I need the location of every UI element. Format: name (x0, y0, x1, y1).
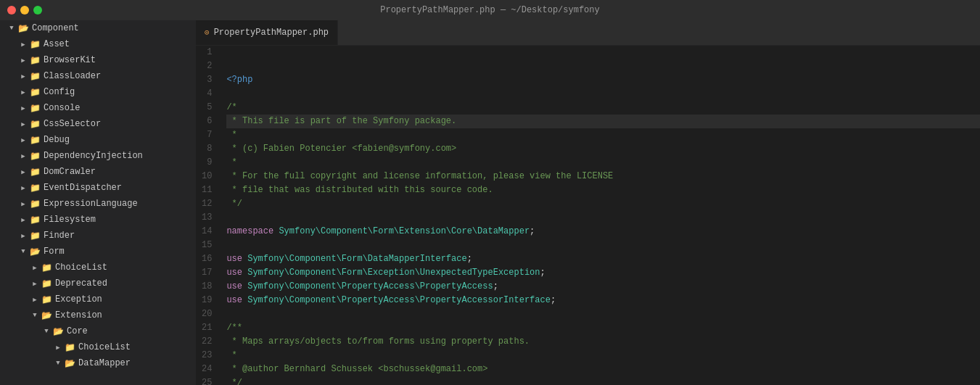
php-file-icon: ⊙ (205, 28, 210, 37)
code-line-23: */ (226, 376, 980, 385)
code-token: ; (530, 226, 535, 236)
sidebar-item-deprecated[interactable]: 📁Deprecated (0, 276, 196, 291)
eventdispatcher-label: EventDispatcher (44, 183, 122, 193)
debug-folder-icon: 📁 (29, 134, 41, 146)
window-controls[interactable] (7, 6, 42, 15)
code-token: ; (467, 254, 472, 264)
code-line-1: <?php (226, 73, 980, 87)
code-token: /* (226, 102, 236, 112)
sidebar-item-form[interactable]: 📂Form (0, 244, 196, 260)
sidebar-item-exception[interactable]: 📁Exception (0, 291, 196, 307)
line-num-15: 15 (202, 239, 212, 252)
code-token: /** (226, 323, 242, 333)
close-button[interactable] (7, 6, 16, 15)
maximize-button[interactable] (33, 6, 42, 15)
sidebar-item-choicelist[interactable]: 📁ChoiceList (0, 260, 196, 276)
code-line-21: * (226, 349, 980, 363)
code-line-8: * For the full copyright and license inf… (226, 170, 980, 183)
code-line-3: /* (226, 101, 980, 115)
line-num-5: 5 (202, 101, 212, 115)
sidebar-item-eventdispatcher[interactable]: 📁EventDispatcher (0, 180, 196, 196)
line-num-12: 12 (202, 197, 212, 211)
code-line-2 (226, 87, 980, 101)
code-line-10: */ (226, 197, 980, 211)
line-num-3: 3 (202, 73, 212, 87)
choicelist2-arrow (52, 341, 64, 353)
sidebar-item-datamapper[interactable]: 📂DataMapper (0, 355, 196, 371)
main-layout: 📂Component📁Asset📁BrowserKit📁ClassLoader📁… (0, 20, 980, 385)
line-num-21: 21 (202, 321, 212, 335)
code-token: use (226, 268, 247, 278)
code-line-20: * Maps arrays/objects to/from forms usin… (226, 335, 980, 349)
code-editor[interactable]: 1234567891011121314151617181920212223242… (196, 46, 980, 385)
config-label: Config (44, 87, 75, 97)
line-num-1: 1 (202, 46, 212, 59)
deprecated-folder-icon: 📁 (41, 278, 52, 289)
component-folder-icon: 📂 (17, 22, 29, 34)
sidebar-item-component[interactable]: 📂Component (0, 20, 196, 36)
datamapper-arrow (52, 357, 64, 369)
editor-area: ⊙ PropertyPathMapper.php 123456789101112… (196, 20, 980, 385)
sidebar-item-debug[interactable]: 📁Debug (0, 132, 196, 148)
domcrawler-folder-icon: 📁 (29, 166, 41, 178)
code-line-9: * file that was distributed with this so… (226, 183, 980, 197)
sidebar-item-domcrawler[interactable]: 📁DomCrawler (0, 164, 196, 180)
code-token: * (226, 350, 236, 360)
code-line-15: use Symfony\Component\Form\Exception\Une… (226, 266, 980, 280)
sidebar-item-expressionlanguage[interactable]: 📁ExpressionLanguage (0, 196, 196, 212)
code-line-17: use Symfony\Component\PropertyAccess\Pro… (226, 294, 980, 307)
line-num-4: 4 (202, 87, 212, 101)
sidebar-item-finder[interactable]: 📁Finder (0, 228, 196, 244)
exception-folder-icon: 📁 (41, 294, 52, 305)
sidebar-item-extension[interactable]: 📂Extension (0, 307, 196, 323)
classloader-label: ClassLoader (44, 71, 101, 81)
file-tree-sidebar[interactable]: 📂Component📁Asset📁BrowserKit📁ClassLoader📁… (0, 20, 196, 385)
code-line-11 (226, 211, 980, 225)
sidebar-item-dependencyinjection[interactable]: 📁DependencyInjection (0, 148, 196, 164)
sidebar-item-core[interactable]: 📂Core (0, 323, 196, 339)
sidebar-item-console[interactable]: 📁Console (0, 100, 196, 116)
code-line-6: * (c) Fabien Potencier <fabien@symfony.c… (226, 142, 980, 156)
code-token: * @author Bernhard Schussek <bschussek@g… (226, 364, 487, 374)
code-line-7: * (226, 156, 980, 170)
domcrawler-arrow (17, 166, 29, 178)
code-token: use (226, 295, 247, 305)
line-num-22: 22 (202, 335, 212, 349)
dependencyinjection-label: DependencyInjection (44, 151, 143, 161)
line-num-19: 19 (202, 294, 212, 307)
code-content: <?php /* * This file is part of the Symf… (221, 46, 980, 385)
sidebar-item-browserkit[interactable]: 📁BrowserKit (0, 52, 196, 68)
code-token: ; (493, 281, 498, 291)
core-folder-icon: 📂 (52, 326, 64, 337)
eventdispatcher-arrow (17, 182, 29, 194)
sidebar-item-choicelist2[interactable]: 📁ChoiceList (0, 339, 196, 355)
code-token: ; (540, 268, 545, 278)
code-token: Symfony\Component\PropertyAccess\Propert… (247, 295, 551, 305)
choicelist-folder-icon: 📁 (41, 262, 52, 273)
choicelist2-folder-icon: 📁 (64, 341, 75, 353)
sidebar-item-classloader[interactable]: 📁ClassLoader (0, 68, 196, 84)
title-bar: PropertyPathMapper.php — ~/Desktop/symfo… (0, 0, 980, 20)
sidebar-item-config[interactable]: 📁Config (0, 84, 196, 100)
debug-label: Debug (44, 135, 70, 145)
extension-arrow (29, 310, 41, 321)
datamapper-label: DataMapper (78, 358, 131, 368)
tab-label: PropertyPathMapper.php (214, 28, 329, 38)
sidebar-item-asset[interactable]: 📁Asset (0, 36, 196, 52)
code-line-16: use Symfony\Component\PropertyAccess\Pro… (226, 280, 980, 294)
code-line-22: * @author Bernhard Schussek <bschussek@g… (226, 363, 980, 376)
line-num-23: 23 (202, 349, 212, 363)
debug-arrow (17, 134, 29, 146)
tab-bar: ⊙ PropertyPathMapper.php (196, 20, 980, 46)
filesystem-arrow (17, 214, 29, 225)
sidebar-item-cssselector[interactable]: 📁CssSelector (0, 116, 196, 132)
sidebar-item-filesystem[interactable]: 📁Filesystem (0, 212, 196, 228)
line-num-10: 10 (202, 170, 212, 183)
active-tab[interactable]: ⊙ PropertyPathMapper.php (196, 20, 338, 45)
minimize-button[interactable] (20, 6, 29, 15)
code-token: namespace (226, 226, 279, 236)
datamapper-folder-icon: 📂 (64, 357, 75, 369)
code-line-13 (226, 239, 980, 252)
expressionlanguage-folder-icon: 📁 (29, 198, 41, 210)
line-num-17: 17 (202, 266, 212, 280)
